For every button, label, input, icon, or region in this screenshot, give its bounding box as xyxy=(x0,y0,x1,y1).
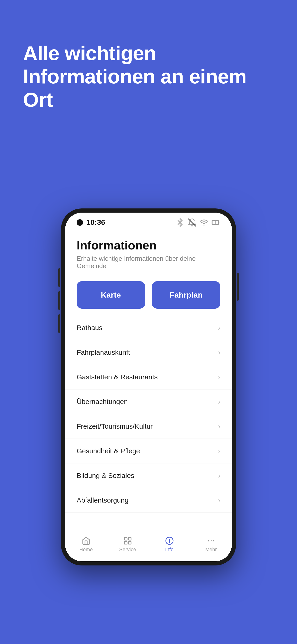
svg-point-11 xyxy=(210,540,212,541)
menu-item-freizeit[interactable]: Freizeit/Tourismus/Kultur › xyxy=(65,414,232,439)
info-circle-icon xyxy=(165,536,174,545)
volume-up-button xyxy=(58,291,60,310)
menu-label-fahrplanauskunft: Fahrplanauskunft xyxy=(77,348,130,356)
menu-item-rathaus[interactable]: Rathaus › xyxy=(65,316,232,340)
menu-item-uebernachtungen[interactable]: Übernachtungen › xyxy=(65,390,232,414)
status-time: 10:36 xyxy=(77,218,105,227)
nav-service[interactable]: Service xyxy=(107,534,148,554)
app-header: Informationen Erhalte wichtige Informati… xyxy=(65,229,232,274)
battery-icon xyxy=(212,218,220,227)
chevron-right-icon: › xyxy=(218,398,220,406)
karte-button[interactable]: Karte xyxy=(77,281,145,309)
app-content: Informationen Erhalte wichtige Informati… xyxy=(65,229,232,561)
menu-list: Rathaus › Fahrplanauskunft › Gaststätten… xyxy=(65,313,232,531)
chevron-right-icon: › xyxy=(218,422,220,430)
menu-label-gaststaetten: Gaststätten & Restaurants xyxy=(77,373,158,381)
menu-item-bildung[interactable]: Bildung & Soziales › xyxy=(65,464,232,488)
chevron-right-icon: › xyxy=(218,472,220,480)
menu-label-bildung: Bildung & Soziales xyxy=(77,472,134,480)
fahrplan-label: Fahrplan xyxy=(170,290,203,300)
bottom-nav: Home Service xyxy=(65,531,232,561)
hero-section: Alle wichtigen Informationen an einem Or… xyxy=(0,0,297,125)
menu-item-gesundheit[interactable]: Gesundheit & Pflege › xyxy=(65,439,232,464)
nav-info-label: Info xyxy=(165,546,174,552)
phone-mockup: 10:36 xyxy=(61,130,236,644)
svg-rect-3 xyxy=(124,538,127,540)
nav-home-label: Home xyxy=(79,546,93,552)
menu-label-rathaus: Rathaus xyxy=(77,324,102,332)
status-bar: 10:36 xyxy=(65,212,232,229)
menu-label-uebernachtungen: Übernachtungen xyxy=(77,398,128,406)
phone-screen: 10:36 xyxy=(65,212,232,561)
karte-label: Karte xyxy=(101,290,121,300)
bluetooth-icon xyxy=(176,218,184,227)
chevron-right-icon: › xyxy=(218,324,220,332)
volume-down-button xyxy=(58,314,60,333)
front-camera xyxy=(77,219,83,226)
chevron-right-icon: › xyxy=(218,447,220,455)
nav-mehr-label: Mehr xyxy=(205,546,217,552)
grid-icon xyxy=(124,536,132,545)
chevron-right-icon: › xyxy=(218,496,220,504)
phone-body: 10:36 xyxy=(61,208,236,566)
home-icon xyxy=(82,536,90,545)
nav-mehr[interactable]: Mehr xyxy=(190,534,232,554)
svg-rect-6 xyxy=(128,542,131,544)
chevron-right-icon: › xyxy=(218,373,220,381)
nav-info[interactable]: Info xyxy=(148,534,190,554)
hero-title: Alle wichtigen Informationen an einem Or… xyxy=(23,42,274,112)
menu-label-freizeit: Freizeit/Tourismus/Kultur xyxy=(77,422,153,430)
nav-home[interactable]: Home xyxy=(65,534,107,554)
menu-item-abfall[interactable]: Abfallentsorgung › xyxy=(65,488,232,513)
menu-label-abfall: Abfallentsorgung xyxy=(77,496,128,504)
svg-rect-4 xyxy=(128,538,131,540)
svg-point-10 xyxy=(208,540,209,541)
more-icon xyxy=(207,536,216,545)
wifi-icon xyxy=(200,218,208,227)
svg-rect-5 xyxy=(124,542,127,544)
app-title: Informationen xyxy=(77,238,220,252)
nav-service-label: Service xyxy=(119,546,136,552)
svg-rect-2 xyxy=(213,221,216,224)
menu-item-gaststaetten[interactable]: Gaststätten & Restaurants › xyxy=(65,365,232,390)
chevron-right-icon: › xyxy=(218,348,220,356)
menu-item-fahrplanauskunft[interactable]: Fahrplanauskunft › xyxy=(65,340,232,365)
menu-label-gesundheit: Gesundheit & Pflege xyxy=(77,447,140,455)
svg-point-12 xyxy=(213,540,214,541)
notification-off-icon xyxy=(188,218,196,227)
status-icons xyxy=(176,218,220,227)
app-subtitle: Erhalte wichtige Informationen über dein… xyxy=(77,255,220,270)
fahrplan-button[interactable]: Fahrplan xyxy=(152,281,220,309)
quick-buttons: Karte Fahrplan xyxy=(65,274,232,313)
